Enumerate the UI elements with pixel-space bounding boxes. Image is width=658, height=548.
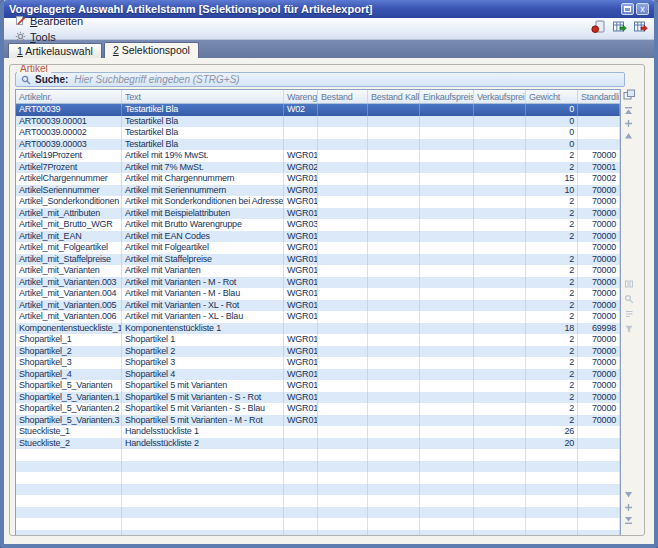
grid-row[interactable]: ART00039.00001Testartikel Bla0	[16, 116, 620, 128]
column-header-bestand[interactable]: Bestand	[318, 90, 368, 103]
column-header-gewicht[interactable]: Gewicht	[526, 90, 578, 103]
grid-cell	[318, 231, 368, 243]
scroll-top-icon[interactable]	[624, 106, 633, 115]
grid-row[interactable]: ART00039.00003Testartikel Bla0	[16, 139, 620, 151]
grid-row[interactable]: Shopartikel_5_VariantenShopartikel 5 mit…	[16, 380, 620, 392]
filter-icon[interactable]	[624, 324, 634, 334]
grid-row[interactable]: Artikel_mit_StaffelpreiseArtikel mit Sta…	[16, 254, 620, 266]
grid-cell	[318, 208, 368, 220]
column-header-wareng[interactable]: Wareng	[284, 90, 318, 103]
grid-row[interactable]: Artikel7ProzentArtikel mit 7% MwSt.WGR02…	[16, 162, 620, 174]
grid-cell	[420, 415, 474, 427]
grid-row[interactable]: Komponentenstueckliste_1Komponentenstück…	[16, 323, 620, 335]
grid-row[interactable]: Shopartikel_5_Varianten.2Shopartikel 5 m…	[16, 403, 620, 415]
column-header-verkaufspreis[interactable]: Verkaufspreis	[474, 90, 526, 103]
grid-cell	[318, 323, 368, 335]
scroll-up-icon[interactable]	[624, 132, 633, 140]
grid-cell: WGR03	[284, 219, 318, 231]
grid-row[interactable]: Artikel_mit_Varianten.003Artikel mit Var…	[16, 277, 620, 289]
plus-icon[interactable]	[624, 119, 633, 128]
grid-cell	[368, 242, 420, 254]
grid-cell: 70000	[578, 311, 620, 323]
grid-row[interactable]: Shopartikel_4Shopartikel 4WGR01270000	[16, 369, 620, 381]
columns-icon[interactable]	[624, 279, 634, 289]
grid-row[interactable]: Artikel_mit_Brutto_WGRArtikel mit Brutto…	[16, 219, 620, 231]
menu-item-bearbeiten[interactable]: Bearbeiten	[9, 13, 89, 29]
grid-row[interactable]: Artikel_mit_Varianten.005Artikel mit Var…	[16, 300, 620, 312]
grid-cell	[474, 530, 526, 537]
table-green-arrow-button[interactable]	[610, 19, 628, 35]
scroll-down-icon[interactable]	[624, 491, 633, 499]
column-header-standardlief[interactable]: Standardlief	[578, 90, 620, 103]
grid-cell: Shopartikel_4	[16, 369, 122, 381]
grid-empty-row[interactable]	[16, 530, 620, 537]
grid-row[interactable]: ArtikelSeriennummerArtikel mit Seriennum…	[16, 185, 620, 197]
grid-cell	[368, 403, 420, 415]
grid-cell	[368, 530, 420, 537]
grid-row[interactable]: ART00039.00002Testartikel Bla0	[16, 127, 620, 139]
close-button[interactable]: x	[636, 3, 649, 15]
grid-cell	[368, 288, 420, 300]
grid-cell	[318, 403, 368, 415]
grid-row[interactable]: Shopartikel_1Shopartikel 1WGR01270000	[16, 334, 620, 346]
grid-cell: Artikel mit Varianten - M - Blau	[122, 288, 284, 300]
grid-row[interactable]: ArtikelChargennummerArtikel mit Chargenn…	[16, 173, 620, 185]
grid-empty-row[interactable]	[16, 449, 620, 461]
grid-empty-row[interactable]	[16, 472, 620, 484]
grid-row[interactable]: Artikel_mit_AttributenArtikel mit Beispi…	[16, 208, 620, 220]
grid-row[interactable]: Stueckliste_1Handelsstückliste 126	[16, 426, 620, 438]
grid-row[interactable]: Shopartikel_5_Varianten.3Shopartikel 5 m…	[16, 415, 620, 427]
grid-cell	[474, 254, 526, 266]
grid-cell	[318, 127, 368, 139]
grid-row[interactable]: Artikel19ProzentArtikel mit 19% MwSt.WGR…	[16, 150, 620, 162]
summary-icon[interactable]	[624, 309, 634, 319]
tab-artikelauswahl[interactable]: 1 Artikelauswahl	[8, 43, 102, 58]
red-dot-document-button[interactable]	[589, 19, 607, 35]
column-header-artikelnr[interactable]: Artikelnr.	[16, 90, 122, 103]
grid-cell: Stueckliste_1	[16, 426, 122, 438]
grid-cell: 70000	[578, 334, 620, 346]
grid-row[interactable]: Artikel_mit_FolgeartikelArtikel mit Folg…	[16, 242, 620, 254]
grid-row[interactable]: Artikel_mit_Varianten.004Artikel mit Var…	[16, 288, 620, 300]
grid-cell	[420, 277, 474, 289]
grid-cell	[368, 484, 420, 496]
grid-empty-row[interactable]	[16, 495, 620, 507]
plus-icon[interactable]	[624, 503, 633, 512]
grid-cell: 2	[526, 357, 578, 369]
tab-selektionspool[interactable]: 2 Selektionspool	[104, 42, 199, 58]
grid-empty-row[interactable]	[16, 507, 620, 519]
column-header-bestand-kalk[interactable]: Bestand Kalk.	[368, 90, 420, 103]
grid-row[interactable]: ART00039Testartikel BlaW020	[16, 104, 620, 116]
search-input[interactable]	[72, 73, 619, 86]
grid-row[interactable]: Artikel_mit_VariantenArtikel mit Variant…	[16, 265, 620, 277]
grid-cell	[284, 495, 318, 507]
column-header-einkaufspreis[interactable]: Einkaufspreis	[420, 90, 474, 103]
grid-row[interactable]: Shopartikel_5_Varianten.1Shopartikel 5 m…	[16, 392, 620, 404]
grid-row[interactable]: Shopartikel_2Shopartikel 2WGR01270000	[16, 346, 620, 358]
grid-row[interactable]: Artikel_SonderkonditionenArtikel mit Son…	[16, 196, 620, 208]
grid-empty-row[interactable]	[16, 484, 620, 496]
column-header-text[interactable]: Text	[122, 90, 284, 103]
grid-cell	[420, 242, 474, 254]
grid-cell: WGR01	[284, 415, 318, 427]
grid-cell	[420, 369, 474, 381]
grid-cell: Artikel_mit_Brutto_WGR	[16, 219, 122, 231]
column-chooser-icon[interactable]	[623, 89, 636, 101]
zoom-icon[interactable]	[624, 294, 634, 304]
grid-cell: ArtikelSeriennummer	[16, 185, 122, 197]
grid-empty-row[interactable]	[16, 461, 620, 473]
scroll-bottom-icon[interactable]	[624, 516, 633, 525]
search-bar[interactable]: Suche:	[15, 72, 625, 87]
grid-cell	[122, 507, 284, 519]
restore-button[interactable]	[621, 3, 634, 15]
grid-empty-row[interactable]	[16, 518, 620, 530]
grid-cell	[368, 104, 420, 116]
grid-cell: 0	[526, 127, 578, 139]
grid-cell	[318, 518, 368, 530]
grid-row[interactable]: Shopartikel_3Shopartikel 3WGR01270000	[16, 357, 620, 369]
tab-strip: 1 Artikelauswahl2 Selektionspool	[4, 40, 654, 58]
grid-row[interactable]: Artikel_mit_EANArtikel mit EAN CodesWGR0…	[16, 231, 620, 243]
grid-row[interactable]: Artikel_mit_Varianten.006Artikel mit Var…	[16, 311, 620, 323]
grid-row[interactable]: Stueckliste_2Handelsstückliste 220	[16, 438, 620, 450]
table-red-arrow-button[interactable]	[631, 19, 649, 35]
